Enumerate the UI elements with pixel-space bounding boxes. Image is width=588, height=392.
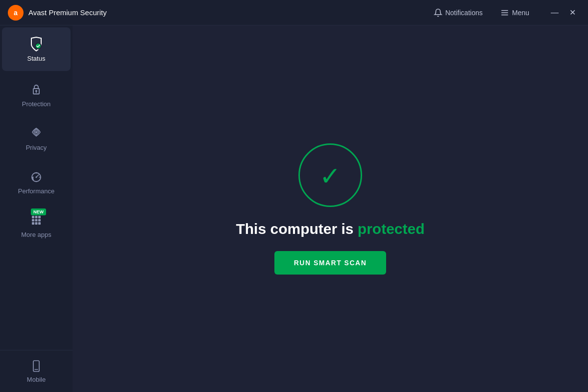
protection-status-circle: ✓ <box>298 143 362 207</box>
svg-rect-16 <box>32 216 34 218</box>
svg-rect-21 <box>38 219 41 222</box>
privacy-icon <box>28 125 44 141</box>
sidebar-item-status-label: Status <box>27 55 46 62</box>
bell-icon <box>434 8 442 17</box>
titlebar-right: Notifications Menu — ✕ <box>430 5 580 21</box>
svg-rect-19 <box>32 219 34 222</box>
notifications-button[interactable]: Notifications <box>430 6 487 19</box>
svg-point-9 <box>35 131 37 133</box>
svg-point-7 <box>35 90 37 92</box>
main-content: ✓ This computer is protected RUN SMART S… <box>73 25 588 392</box>
sidebar-item-performance-label: Performance <box>18 187 54 195</box>
protection-icon <box>28 82 44 97</box>
svg-rect-22 <box>32 222 34 225</box>
sidebar-item-mobile-label: Mobile <box>27 376 46 383</box>
titlebar: a Avast Premium Security Notifications M… <box>0 0 588 25</box>
sidebar-item-privacy[interactable]: Privacy <box>0 116 73 160</box>
status-message: This computer is protected <box>236 221 424 237</box>
more-apps-icon-wrapper: NEW <box>28 212 44 228</box>
sidebar-item-more-apps-label: More apps <box>21 231 51 238</box>
svg-point-12 <box>36 177 37 178</box>
app-title: Avast Premium Security <box>28 8 107 17</box>
svg-rect-20 <box>35 219 38 222</box>
avast-logo-icon: a <box>10 7 21 18</box>
sidebar-item-more-apps[interactable]: NEW More apps <box>0 204 73 247</box>
sidebar-item-privacy-label: Privacy <box>26 144 47 151</box>
sidebar-item-performance[interactable]: Performance <box>0 160 73 204</box>
sidebar: Status Protection Privacy <box>0 25 73 392</box>
new-badge: NEW <box>31 208 46 215</box>
status-prefix: This computer is <box>236 221 357 237</box>
sidebar-item-status[interactable]: Status <box>2 27 71 71</box>
titlebar-left: a Avast Premium Security <box>8 5 430 21</box>
menu-button[interactable]: Menu <box>496 6 533 19</box>
svg-text:a: a <box>14 9 18 17</box>
sidebar-item-mobile[interactable]: Mobile <box>0 350 73 392</box>
checkmark-icon: ✓ <box>319 163 341 189</box>
sidebar-item-protection[interactable]: Protection <box>0 73 73 116</box>
status-icon <box>28 36 44 52</box>
svg-rect-18 <box>38 216 41 218</box>
menu-icon <box>500 8 509 17</box>
minimize-button[interactable]: — <box>547 5 563 21</box>
mobile-icon <box>29 359 43 373</box>
status-highlight: protected <box>358 221 425 237</box>
sidebar-item-protection-label: Protection <box>22 100 51 108</box>
svg-rect-24 <box>38 222 41 225</box>
performance-icon <box>28 169 44 184</box>
svg-rect-23 <box>35 222 38 225</box>
run-smart-scan-button[interactable]: RUN SMART SCAN <box>274 251 387 275</box>
main-layout: Status Protection Privacy <box>0 25 588 392</box>
sidebar-bottom: Mobile <box>0 350 73 392</box>
window-controls: — ✕ <box>547 5 580 21</box>
menu-label: Menu <box>512 9 529 17</box>
close-button[interactable]: ✕ <box>564 5 580 21</box>
svg-rect-17 <box>35 216 38 218</box>
notifications-label: Notifications <box>445 9 483 17</box>
avast-logo: a <box>8 5 24 21</box>
